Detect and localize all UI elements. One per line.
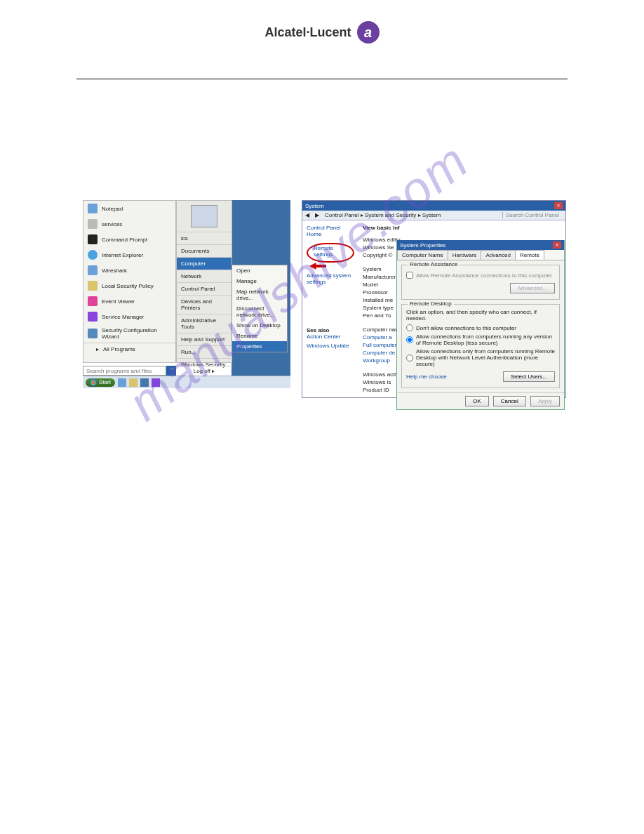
ctx-open[interactable]: Open: [232, 265, 287, 276]
breadcrumb[interactable]: Control Panel ▸ System and Security ▸ Sy…: [322, 212, 502, 218]
computer-large-icon: [191, 205, 217, 227]
remote-settings-highlight: Remote settings: [307, 243, 354, 263]
rd-option-dont-allow[interactable]: Don't allow connections to this computer: [406, 324, 555, 331]
start-item-services[interactable]: services: [83, 216, 175, 232]
highlight-arrow-icon: [309, 263, 326, 270]
servicemanager-icon: [88, 312, 98, 322]
rd-intro-text: Click an option, and then specify who ca…: [406, 309, 555, 322]
nav-back-icon[interactable]: ◀: [302, 212, 312, 218]
start-item-lsp[interactable]: Local Security Policy: [83, 278, 175, 293]
start-documents[interactable]: Documents: [177, 244, 232, 257]
ctx-disconnect-drive[interactable]: Disconnect network drive...: [232, 303, 287, 320]
ctx-properties[interactable]: Properties: [232, 341, 287, 352]
sysprops-title: System Properties: [400, 242, 445, 249]
ok-button[interactable]: OK: [465, 396, 489, 406]
start-left-column: Notepad services Command Prompt Internet…: [83, 200, 176, 363]
remote-assistance-group: Remote Assistance Allow Remote Assistanc…: [401, 265, 560, 300]
start-button[interactable]: Start: [86, 378, 115, 387]
logoff-button[interactable]: Log off ▸: [176, 366, 232, 376]
close-icon[interactable]: ×: [554, 202, 563, 209]
ctx-rename[interactable]: Rename: [232, 331, 287, 341]
nav-fwd-icon[interactable]: ▶: [312, 212, 322, 218]
services-icon: [88, 219, 98, 229]
screenshot-system-properties: System × ◀ ▶ Control Panel ▸ System and …: [302, 200, 566, 398]
select-users-button[interactable]: Select Users...: [503, 371, 555, 382]
windows-update-link[interactable]: Windows Update: [307, 343, 354, 349]
start-devices[interactable]: Devices and Printers: [177, 295, 232, 314]
cmd-icon: [88, 234, 98, 244]
help-me-choose-link[interactable]: Help me choose: [406, 373, 447, 380]
start-user[interactable]: ics: [177, 232, 232, 244]
rd-option-allow-any[interactable]: Allow connections from computers running…: [406, 333, 555, 346]
cancel-button[interactable]: Cancel: [493, 396, 526, 406]
address-bar: ◀ ▶ Control Panel ▸ System and Security …: [302, 211, 565, 220]
start-all-programs[interactable]: ▸ All Programs: [83, 343, 175, 355]
cp-left-pane: Control Panel Home Remote settings Advan…: [302, 220, 358, 397]
policy-icon: [88, 281, 98, 291]
rd-option-allow-nla[interactable]: Allow connections only from computers ru…: [406, 348, 555, 367]
apply-button[interactable]: Apply: [530, 396, 560, 406]
start-right-column: ics Documents Computer Network Control P…: [176, 200, 232, 363]
start-item-scw[interactable]: Security Configuration Wizard: [83, 324, 175, 343]
start-computer[interactable]: Computer: [177, 257, 232, 270]
start-item-servicemanager[interactable]: Service Manager: [83, 309, 175, 324]
rd-group-title: Remote Desktop: [408, 300, 454, 307]
view-basic-heading: View basic inf: [363, 225, 561, 231]
wireshark-icon: [88, 265, 98, 275]
start-item-eventviewer[interactable]: Event Viewer: [83, 293, 175, 309]
ra-group-title: Remote Assistance: [408, 261, 459, 267]
taskbar-icon-3[interactable]: [140, 378, 149, 387]
start-item-ie[interactable]: Internet Explorer: [83, 247, 175, 263]
sysprops-tabs: Computer Name Hardware Advanced Remote: [397, 250, 564, 260]
system-window-title: System: [305, 203, 324, 209]
start-search-row: →: [83, 366, 176, 376]
ctx-manage[interactable]: Manage: [232, 276, 287, 286]
advanced-settings-link[interactable]: Advanced system settings: [307, 272, 354, 285]
start-item-notepad[interactable]: Notepad: [83, 201, 175, 216]
system-window-titlebar: System ×: [302, 201, 565, 211]
tab-computer-name[interactable]: Computer Name: [397, 250, 448, 260]
brand-text-b: Lucent: [310, 25, 351, 40]
ra-checkbox-input[interactable]: [406, 272, 413, 279]
see-also-heading: See also: [307, 327, 354, 333]
ra-allow-checkbox[interactable]: Allow Remote Assistance connections to t…: [406, 272, 555, 279]
start-run[interactable]: Run...: [177, 345, 232, 358]
ra-advanced-button[interactable]: Advanced...: [510, 283, 555, 293]
eventviewer-icon: [88, 296, 98, 306]
start-network[interactable]: Network: [177, 270, 232, 282]
computer-context-menu: Open Manage Map network drive... Disconn…: [232, 265, 288, 352]
remote-desktop-group: Remote Desktop Click an option, and then…: [401, 304, 560, 388]
sysprops-buttons: OK Cancel Apply: [397, 392, 564, 409]
taskbar-icon-1[interactable]: [118, 378, 126, 387]
scw-icon: [88, 329, 98, 338]
tab-hardware[interactable]: Hardware: [448, 250, 482, 260]
notepad-icon: [88, 204, 98, 213]
ie-icon: [88, 250, 98, 260]
ctx-show-desktop[interactable]: Show on Desktop: [232, 320, 287, 331]
start-item-wireshark[interactable]: Wireshark: [83, 263, 175, 278]
screenshot-row: Notepad services Command Prompt Internet…: [83, 200, 566, 398]
tab-remote[interactable]: Remote: [515, 250, 544, 260]
screenshot-start-menu: Notepad services Command Prompt Internet…: [83, 200, 290, 388]
start-search-input[interactable]: [83, 366, 166, 376]
sysprops-titlebar: System Properties ×: [397, 240, 564, 250]
taskbar-icon-2[interactable]: [129, 378, 137, 387]
ctx-map-drive[interactable]: Map network drive...: [232, 286, 287, 303]
taskbar-icon-4[interactable]: [152, 378, 160, 387]
remote-settings-link[interactable]: Remote settings: [314, 245, 347, 258]
cp-home-link[interactable]: Control Panel Home: [307, 225, 354, 237]
brand-logo-icon: a: [357, 21, 380, 44]
start-admin-tools[interactable]: Administrative Tools: [177, 314, 232, 333]
start-help[interactable]: Help and Support: [177, 333, 232, 345]
sysprops-close-icon[interactable]: ×: [553, 241, 561, 249]
taskbar: Start: [83, 376, 290, 388]
cp-search-input[interactable]: Search Control Panel: [502, 212, 565, 218]
search-go-icon[interactable]: →: [166, 366, 176, 376]
tab-advanced[interactable]: Advanced: [481, 250, 516, 260]
brand-header: Alcatel·Lucent a: [0, 0, 644, 44]
start-control-panel[interactable]: Control Panel: [177, 282, 232, 295]
start-item-cmd[interactable]: Command Prompt: [83, 232, 175, 247]
brand-text-a: Alcatel: [264, 25, 306, 40]
system-properties-dialog: System Properties × Computer Name Hardwa…: [396, 240, 565, 410]
action-center-link[interactable]: Action Center: [307, 333, 354, 340]
